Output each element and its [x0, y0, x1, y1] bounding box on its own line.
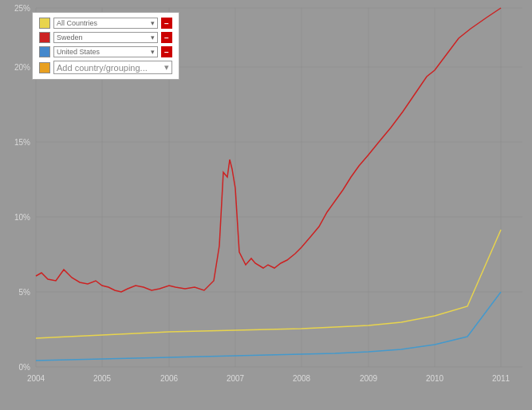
svg-text:25%: 25% [14, 4, 30, 13]
svg-text:2011: 2011 [492, 374, 510, 383]
add-color-swatch [39, 62, 50, 73]
all-countries-dropdown[interactable]: All Countries ▾ [53, 18, 158, 29]
legend-item-sweden: Sweden ▾ − [39, 32, 172, 43]
svg-text:2005: 2005 [93, 374, 112, 383]
svg-text:0%: 0% [19, 363, 31, 372]
legend-add-row: Add country/grouping... ▾ [39, 61, 172, 74]
united-states-dropdown[interactable]: United States ▾ [53, 46, 158, 57]
all-countries-chevron: ▾ [151, 19, 155, 27]
sweden-dropdown[interactable]: Sweden ▾ [53, 32, 158, 43]
add-country-chevron: ▾ [164, 62, 169, 73]
all-countries-color-swatch [39, 18, 50, 29]
united-states-color-swatch [39, 46, 50, 57]
united-states-remove-button[interactable]: − [161, 46, 172, 57]
svg-text:2008: 2008 [293, 374, 311, 383]
svg-text:15%: 15% [14, 138, 30, 147]
united-states-chevron: ▾ [151, 48, 155, 56]
svg-text:10%: 10% [14, 213, 30, 222]
sweden-color-swatch [39, 32, 50, 43]
all-countries-remove-button[interactable]: − [161, 18, 172, 29]
legend-item-all-countries: All Countries ▾ − [39, 18, 172, 29]
sweden-label: Sweden [57, 34, 83, 41]
svg-text:2010: 2010 [426, 374, 444, 383]
add-country-dropdown[interactable]: Add country/grouping... ▾ [53, 61, 172, 74]
legend: All Countries ▾ − Sweden ▾ − United Stat… [32, 12, 179, 80]
svg-text:2006: 2006 [160, 374, 179, 383]
united-states-label: United States [57, 48, 100, 56]
svg-text:5%: 5% [19, 288, 31, 297]
all-countries-label: All Countries [57, 19, 97, 27]
add-country-placeholder: Add country/grouping... [57, 63, 148, 73]
svg-text:20%: 20% [14, 63, 30, 72]
sweden-chevron: ▾ [151, 34, 155, 41]
sweden-remove-button[interactable]: − [161, 32, 172, 43]
legend-item-united-states: United States ▾ − [39, 46, 172, 57]
svg-text:2004: 2004 [27, 374, 45, 383]
chart-container: 0% 5% 10% 15% 20% 25% 2004 2005 2006 200… [0, 0, 532, 410]
svg-text:2009: 2009 [360, 374, 378, 383]
svg-text:2007: 2007 [227, 374, 245, 383]
